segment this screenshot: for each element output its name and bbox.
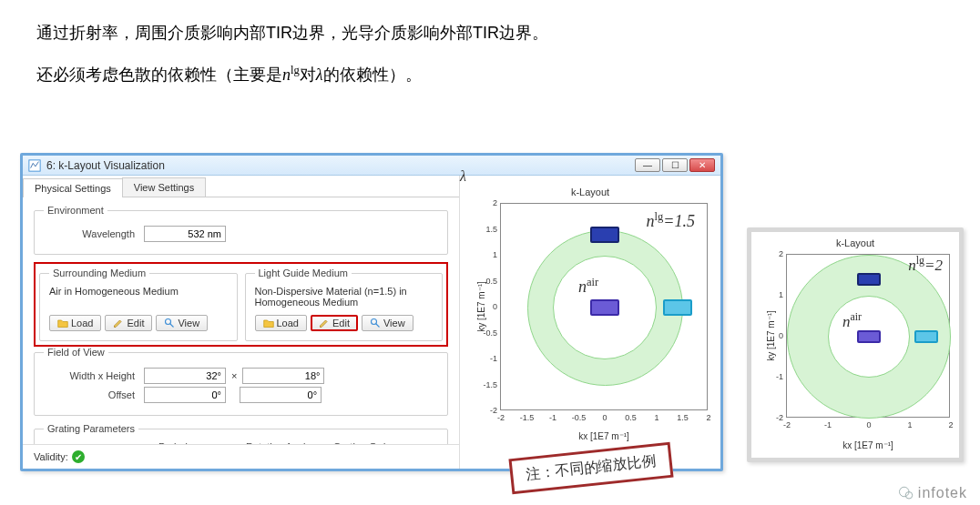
chart-1-area: λ k-Layout -2-1.5-1-0.500.511.52-2-1.5-1… (460, 176, 720, 469)
chart-rect-mark (914, 330, 937, 343)
y-tick: -1 (765, 372, 783, 381)
x-tick: 2 (701, 413, 716, 422)
x-tick: -1 (546, 413, 560, 422)
fov-group: Field of View Width x Height × Offset (34, 347, 448, 416)
validity-ok-icon: ✔ (72, 450, 85, 463)
chart-rect-mark (590, 299, 619, 316)
y-tick: -1.5 (479, 380, 497, 389)
chart-1-ylabel: ky [1E7 m⁻¹] (476, 281, 486, 332)
chart-2-outer-annot: nlg=2 (908, 254, 943, 275)
y-tick: -1 (479, 354, 497, 363)
fov-offset-y-input[interactable] (240, 387, 322, 403)
x-tick: -1.5 (520, 413, 535, 422)
chart-1-outer-annot: nlg=1.5 (647, 210, 695, 231)
chart-1-xlabel: kx [1E7 m⁻¹] (578, 431, 629, 441)
chart-rect-mark (857, 330, 880, 343)
window-title: 6: k-Layout Visualization (46, 159, 165, 172)
x-tick: 0 (597, 413, 612, 422)
x-tick: 1 (649, 413, 664, 422)
k-layout-window: 6: k-Layout Visualization — ☐ ✕ Physical… (20, 153, 723, 471)
fov-offset-label: Offset (44, 389, 144, 400)
times-label: × (226, 370, 242, 381)
chart-rect-mark (590, 227, 619, 243)
x-tick: 2 (944, 420, 958, 429)
environment-group: Environment Wavelength (34, 205, 448, 255)
chart-rect-mark (857, 273, 880, 286)
lightguide-medium-legend: Light Guide Medium (255, 268, 352, 278)
surrounding-medium-group: Surrounding Medium Air in Homogeneous Me… (39, 268, 238, 341)
chart-1-title: k-Layout (460, 185, 720, 199)
fov-width-input[interactable] (144, 368, 226, 384)
y-tick: -2 (479, 406, 497, 415)
svg-point-1 (166, 319, 171, 325)
chart-2-inner-annot: nair (842, 310, 862, 331)
surrounding-view-button[interactable]: View (156, 315, 208, 331)
x-tick: -0.5 (572, 413, 587, 422)
tab-bar: Physical Settings View Settings (23, 177, 459, 197)
fov-wh-label: Width x Height (44, 370, 144, 381)
lightguide-medium-group: Light Guide Medium Non-Dispersive Materi… (245, 268, 444, 341)
wavelength-label: Wavelength (44, 228, 144, 239)
surrounding-edit-button[interactable]: Edit (105, 315, 152, 331)
x-tick: -1 (821, 420, 835, 429)
lightguide-load-button[interactable]: Load (255, 315, 307, 331)
intro-text: 通过折射率，周围介质影响内部TIR边界，光导介质影响外部TIR边界。 还必须考虑… (0, 0, 980, 112)
fov-offset-x-input[interactable] (144, 387, 226, 403)
grating-legend: Grating Parameters (44, 423, 138, 434)
surrounding-medium-desc: Air in Homogeneous Medium (49, 286, 228, 309)
y-tick: 2 (479, 198, 497, 207)
chart-2-plot[interactable]: -2-1012-2-1012 (786, 254, 950, 418)
window-icon (28, 159, 41, 172)
fov-height-input[interactable] (242, 368, 324, 384)
chart-rect-mark (663, 299, 692, 316)
lightguide-edit-button[interactable]: Edit (311, 315, 358, 331)
surrounding-load-button[interactable]: Load (49, 315, 101, 331)
y-tick: 1 (765, 290, 783, 299)
y-tick: -2 (765, 413, 783, 422)
x-tick: 1.5 (676, 413, 690, 422)
validity-label: Validity: (34, 451, 68, 462)
x-tick: 0.5 (624, 413, 638, 422)
chart-2-xlabel: kx [1E7 m⁻¹] (842, 440, 893, 450)
intro-line-1: 通过折射率，周围介质影响内部TIR边界，光导介质影响外部TIR边界。 (36, 18, 944, 47)
chart-2-title: k-Layout (751, 236, 959, 250)
media-highlight-box: Surrounding Medium Air in Homogeneous Me… (34, 262, 448, 347)
validity-bar: Validity: ✔ (23, 444, 459, 469)
surrounding-medium-legend: Surrounding Medium (49, 268, 149, 278)
lambda-annotation: λ (460, 168, 466, 185)
chart-2-ylabel: ky [1E7 m⁻¹] (766, 310, 776, 361)
environment-legend: Environment (44, 205, 107, 216)
chart-2-window: k-Layout -2-1012-2-1012 ky [1E7 m⁻¹] kx … (747, 227, 964, 462)
tab-physical-settings[interactable]: Physical Settings (23, 178, 123, 197)
svg-point-2 (371, 319, 376, 325)
x-tick: 1 (903, 420, 917, 429)
wechat-icon (898, 485, 914, 501)
grating-group: Grating Parameters Period Rotation Angle… (34, 423, 448, 444)
chart-1-plot[interactable]: -2-1.5-1-0.500.511.52-2-1.5-1-0.500.511.… (500, 203, 708, 410)
lightguide-view-button[interactable]: View (362, 315, 413, 331)
y-tick: 1.5 (479, 225, 497, 234)
lightguide-medium-desc: Non-Dispersive Material (n=1.5) in Homog… (255, 286, 434, 309)
watermark: infotek (898, 485, 967, 501)
fov-legend: Field of View (44, 347, 108, 358)
chart-1-inner-annot: nair (578, 276, 598, 297)
wavelength-input[interactable] (144, 226, 226, 242)
minimize-button[interactable]: — (635, 158, 660, 172)
titlebar[interactable]: 6: k-Layout Visualization — ☐ ✕ (23, 156, 720, 176)
intro-line-2: 还必须考虑色散的依赖性（主要是nlg对λ的依赖性）。 (36, 60, 944, 89)
x-tick: 0 (862, 420, 876, 429)
maximize-button[interactable]: ☐ (662, 158, 688, 172)
y-tick: 1 (479, 250, 497, 259)
y-tick: 2 (765, 249, 783, 258)
tab-view-settings[interactable]: View Settings (122, 177, 206, 197)
close-button[interactable]: ✕ (689, 158, 715, 172)
